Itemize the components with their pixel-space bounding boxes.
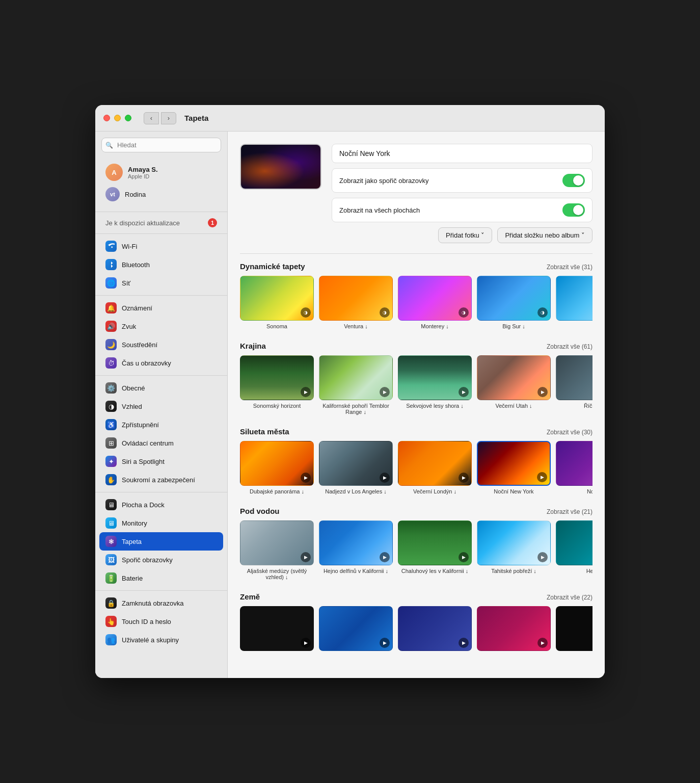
family-row[interactable]: vt Rodina [101,184,221,204]
user-account-row[interactable]: A Amaya S. Apple ID [101,161,221,184]
list-item[interactable]: ◑ Sonoma [240,276,314,329]
all-desktops-toggle[interactable] [562,203,585,217]
user-avatar: A [105,164,123,181]
sidebar-item-users[interactable]: 👥 Uživatelé a skupiny [99,631,223,649]
list-item[interactable]: ▶ Říční... [556,355,593,415]
update-badge: 1 [208,218,217,227]
add-folder-button[interactable]: Přidat složku nebo album ˅ [497,227,593,243]
sidebar-item-screentime[interactable]: ⏱ Čas u obrazovky [99,354,223,372]
sidebar-item-controlcenter[interactable]: ⊞ Ovládací centrum [99,434,223,452]
list-item[interactable]: ▶ Sekvojové lesy shora ↓ [398,355,472,415]
list-item[interactable]: ▶ [240,606,314,654]
back-button[interactable]: ‹ [144,112,159,124]
sidebar-item-lockscreen[interactable]: 🔒 Zamknutá obrazovka [99,594,223,612]
search-input[interactable] [101,138,221,152]
screensaver-toggle[interactable] [562,174,585,187]
sidebar-item-label-privacy: Soukromí a zabezpečení [122,476,195,484]
sidebar-item-touchid[interactable]: 👆 Touch ID a heslo [99,612,223,631]
thumb-img-london: ▶ [398,441,472,486]
sidebar-item-wallpaper[interactable]: ❃ Tapeta [99,532,223,551]
maximize-button[interactable] [125,115,131,121]
list-item[interactable]: ▶ Hejno delfínů v Kalifornii ↓ [319,520,393,580]
sidebar-item-sound[interactable]: 🔊 Zvuk [99,317,223,335]
play-icon: ▶ [459,638,469,648]
gallery-title-dynamic: Dynamické tapety [240,262,305,271]
list-item[interactable]: ▶ Kalifornské pohoří Temblor Range ↓ [319,355,393,415]
sidebar-item-battery[interactable]: 🔋 Baterie [99,569,223,587]
sidebar-item-focus[interactable]: 🌙 Soustředění [99,335,223,354]
list-item[interactable]: ▶ [556,606,593,654]
play-icon: ▶ [380,638,390,648]
siri-icon: ✦ [105,456,117,467]
sidebar-item-wifi[interactable]: Wi-Fi [99,237,223,255]
list-item[interactable]: ▶ Nadjezd v Los Angeles ↓ [319,441,393,494]
sidebar-item-label-dock: Plocha a Dock [122,501,165,509]
list-item[interactable]: ▶ Noční New York [477,441,551,494]
thumb-img-earth5: ▶ [556,606,593,651]
privacy-icon: ✋ [105,474,117,485]
sidebar-item-appearance[interactable]: ◑ Vzhled [99,397,223,415]
day-night-icon: ◑ [380,307,390,318]
list-item[interactable]: ◑ Monterey ↓ [398,276,472,329]
update-row[interactable]: Je k dispozici aktualizace 1 [95,215,227,230]
gallery-show-all-earth[interactable]: Zobrazit vše (22) [547,594,593,601]
list-item[interactable]: ▶ Chaluhový les v Kalifornii ↓ [398,520,472,580]
sidebar-item-notifications[interactable]: 🔔 Oznámení [99,299,223,317]
thumb-label-river: Říční... [584,403,593,409]
add-photo-button[interactable]: Přidat fotku ˅ [438,227,492,243]
list-item[interactable]: ◑ Ventura ↓ [319,276,393,329]
sidebar-item-label-siri: Siri a Spotlight [122,458,165,465]
gallery-title-underwater: Pod vodou [240,507,280,515]
settings-panel: Noční New York Zobrazit jako spořič obra… [332,144,593,243]
close-button[interactable] [103,115,110,121]
gallery-show-all-landscape[interactable]: Zobrazit vše (61) [547,343,593,350]
general-icon: ⚙️ [105,382,117,394]
sidebar-item-bluetooth[interactable]: Bluetooth [99,255,223,274]
list-item[interactable]: ▶ [319,606,393,654]
list-item[interactable]: ▶ [398,606,472,654]
list-item[interactable]: ▶ Hej... [556,520,593,580]
list-item[interactable]: ▶ No... [556,441,593,494]
forward-button[interactable]: › [161,112,176,124]
play-icon: ▶ [537,472,547,482]
play-icon: ▶ [301,638,311,648]
list-item[interactable]: ▶ Tahitské pobřeží ↓ [477,520,551,580]
list-item[interactable]: ▶ Dubajské panoráma ↓ [240,441,314,494]
list-item[interactable]: ▶ Sonomský horizont [240,355,314,415]
gallery-show-all-underwater[interactable]: Zobrazit vše (21) [547,508,593,515]
thumb-img-utah: ▶ [477,355,551,400]
gallery-section-dynamic: Dynamické tapety Zobrazit vše (31) ◑ Son… [240,262,593,329]
sidebar-item-general[interactable]: ⚙️ Obecné [99,379,223,397]
user-name: Amaya S. [128,166,158,173]
sidebar-item-monitors[interactable]: 🖥 Monitory [99,514,223,532]
list-item[interactable]: ▶ Večerní Utah ↓ [477,355,551,415]
sidebar-item-label-appearance: Vzhled [122,403,142,410]
list-item[interactable]: ▶ Aljašské medúzy (světlý vzhled) ↓ [240,520,314,580]
thumb-img-kelp: ▶ [398,520,472,565]
minimize-button[interactable] [114,115,121,121]
sidebar-item-privacy[interactable]: ✋ Soukromí a zabezpečení [99,471,223,489]
gallery-section-citysilhouette: Silueta města Zobrazit vše (30) ▶ Dubajs… [240,427,593,494]
sidebar-item-label-users: Uživatelé a skupiny [122,636,179,644]
sidebar-item-network[interactable]: 🌐 Síť [99,274,223,292]
user-subtitle: Apple ID [128,173,158,179]
current-wallpaper-preview[interactable] [240,144,321,190]
list-item[interactable]: ▶ [477,606,551,654]
thumb-img-earth4: ▶ [477,606,551,651]
thumb-label-jellyfish: Aljašské medúzy (světlý vzhled) ↓ [240,568,314,580]
gallery-section-earth: Země Zobrazit vše (22) ▶ ▶ [240,592,593,654]
divider5 [95,492,227,492]
thumb-img-earth1: ▶ [240,606,314,651]
sidebar-item-screensaver[interactable]: 🖼 Spořič obrazovky [99,551,223,569]
list-item[interactable]: ◑ [556,276,593,329]
list-item[interactable]: ▶ Večerní Londýn ↓ [398,441,472,494]
sidebar-item-dock[interactable]: 🖥 Plocha a Dock [99,495,223,514]
thumb-img-river: ▶ [556,355,593,400]
sidebar-item-label-bluetooth: Bluetooth [122,261,150,269]
wallpaper-name: Noční New York [332,144,593,163]
gallery-show-all-citysilhouette[interactable]: Zobrazit vše (30) [547,429,593,436]
sidebar-item-siri[interactable]: ✦ Siri a Spotlight [99,452,223,471]
sidebar-item-accessibility[interactable]: ♿ Zpřístupnění [99,415,223,434]
gallery-show-all-dynamic[interactable]: Zobrazit vše (31) [547,264,593,271]
list-item[interactable]: ◑ Big Sur ↓ [477,276,551,329]
